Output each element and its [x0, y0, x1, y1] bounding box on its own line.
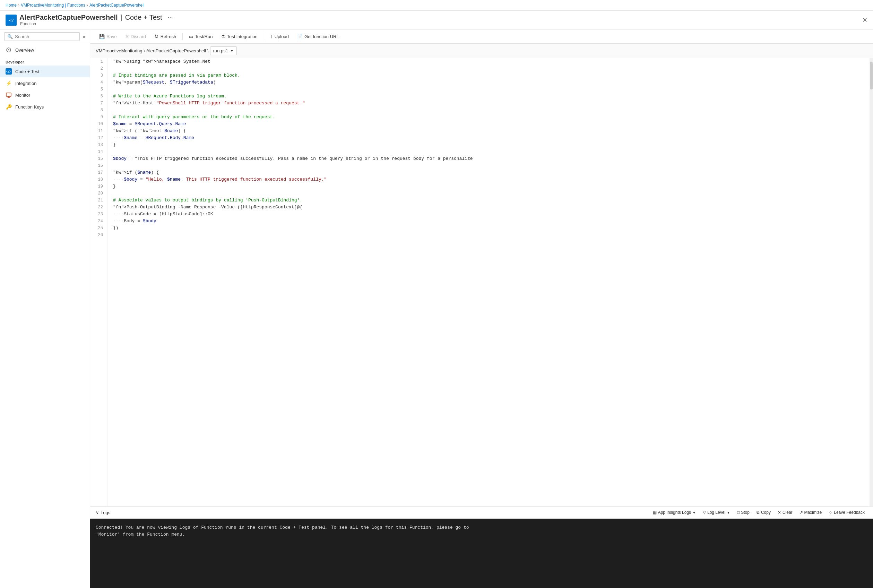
collapse-button[interactable]: «: [82, 34, 86, 40]
path-sep-1: \: [144, 48, 145, 53]
toolbar-separator-1: [182, 33, 183, 40]
function-icon: </>: [6, 15, 16, 26]
line-numbers: 1234567891011121314151617181920212223242…: [90, 58, 108, 506]
search-icon: 🔍: [7, 34, 13, 39]
discard-icon: ✕: [125, 34, 129, 39]
save-button[interactable]: 💾 Save: [96, 32, 120, 41]
log-level-arrow: ▼: [727, 511, 730, 514]
toolbar-separator-2: [264, 33, 264, 40]
refresh-button[interactable]: ↻ Refresh: [151, 32, 180, 41]
breadcrumb-functions[interactable]: VMProactiveMonitoring | Functions: [21, 3, 85, 8]
leave-feedback-button[interactable]: ♡ Leave Feedback: [826, 508, 867, 516]
stop-button[interactable]: □ Stop: [734, 508, 752, 516]
maximize-button[interactable]: ↗ Maximize: [797, 508, 825, 516]
integration-label: Integration: [15, 81, 36, 86]
overview-icon: [6, 47, 12, 53]
svg-rect-5: [6, 93, 11, 96]
svg-point-4: [8, 51, 9, 51]
sidebar-item-function-keys[interactable]: 🔑 Function Keys: [0, 101, 90, 112]
logs-toggle[interactable]: ∨ Logs: [96, 510, 110, 515]
feedback-icon: ♡: [829, 510, 832, 515]
clear-button[interactable]: ✕ Clear: [775, 508, 795, 516]
monitor-label: Monitor: [15, 93, 30, 98]
content-area: 💾 Save ✕ Discard ↻ Refresh ▭ Test/Run ⚗ …: [90, 30, 873, 588]
breadcrumb-function-name[interactable]: AlertPacketCaptuePowershell: [90, 3, 145, 8]
sidebar: 🔍 « Overview Developer </> Code + Test ⚡…: [0, 30, 90, 588]
function-keys-label: Function Keys: [15, 104, 44, 110]
log-level-button[interactable]: ▽ Log Level ▼: [700, 508, 733, 516]
save-icon: 💾: [99, 34, 105, 39]
sidebar-item-code-test[interactable]: </> Code + Test: [0, 66, 90, 77]
clear-icon: ✕: [778, 510, 781, 515]
get-function-url-button[interactable]: 📄 Get function URL: [294, 32, 342, 41]
chevron-down-icon: ▼: [230, 49, 234, 53]
app-insights-icon: ▦: [653, 510, 657, 515]
page-subtitle: Code + Test: [125, 14, 162, 21]
app-insights-arrow: ▼: [692, 511, 696, 514]
editor-path: VMProactiveMonitoring \ AlertPacketCaptu…: [90, 44, 873, 58]
sidebar-item-integration[interactable]: ⚡ Integration: [0, 77, 90, 89]
breadcrumb-home[interactable]: Home: [6, 3, 16, 8]
breadcrumb: Home › VMProactiveMonitoring | Functions…: [0, 0, 873, 11]
search-input[interactable]: [15, 34, 76, 39]
sidebar-toolbar: 🔍 «: [0, 30, 90, 44]
upload-button[interactable]: ↑ Upload: [267, 32, 292, 41]
code-test-icon: </>: [6, 68, 12, 75]
code-test-label: Code + Test: [15, 69, 39, 74]
file-dropdown[interactable]: run.ps1 ▼: [210, 46, 237, 55]
scrollbar-thumb[interactable]: [870, 62, 873, 90]
close-button[interactable]: ✕: [862, 16, 867, 24]
logs-toolbar: ∨ Logs ▦ App Insights Logs ▼ ▽ Log Level…: [90, 507, 873, 519]
page-title: AlertPacketCaptuePowershell: [20, 14, 117, 21]
path-part-1: VMProactiveMonitoring: [96, 48, 142, 53]
editor-scrollbar[interactable]: [870, 58, 873, 506]
log-level-icon: ▽: [703, 510, 706, 515]
content-toolbar: 💾 Save ✕ Discard ↻ Refresh ▭ Test/Run ⚗ …: [90, 30, 873, 44]
maximize-icon: ↗: [800, 510, 803, 515]
test-integration-button[interactable]: ⚗ Test integration: [218, 32, 261, 41]
page-header: </> AlertPacketCaptuePowershell | Code +…: [0, 11, 873, 30]
path-part-2: AlertPacketCaptuePowershell: [146, 48, 206, 53]
test-run-button[interactable]: ▭ Test/Run: [186, 32, 216, 41]
code-area[interactable]: "kw">using "kw">namespace System.Net# In…: [108, 58, 870, 506]
sidebar-item-overview[interactable]: Overview: [0, 44, 90, 56]
sidebar-item-monitor[interactable]: Monitor: [0, 89, 90, 101]
refresh-icon: ↻: [154, 33, 159, 39]
logs-toolbar-right: ▦ App Insights Logs ▼ ▽ Log Level ▼ □ St…: [650, 508, 867, 516]
get-url-icon: 📄: [297, 34, 303, 39]
console-message: Connected! You are now viewing logs of F…: [96, 525, 469, 537]
copy-icon: ⧉: [756, 510, 760, 515]
code-editor[interactable]: 1234567891011121314151617181920212223242…: [90, 58, 873, 506]
search-box[interactable]: 🔍: [4, 32, 80, 41]
function-label: Function: [20, 21, 173, 26]
copy-button[interactable]: ⧉ Copy: [754, 508, 774, 516]
developer-section-label: Developer: [0, 56, 90, 66]
monitor-icon: [6, 92, 12, 98]
app-insights-button[interactable]: ▦ App Insights Logs ▼: [650, 508, 699, 516]
logs-section: ∨ Logs ▦ App Insights Logs ▼ ▽ Log Level…: [90, 506, 873, 588]
logs-title-label: Logs: [100, 510, 110, 515]
more-options-button[interactable]: ···: [168, 14, 173, 21]
svg-text:</>: </>: [9, 18, 14, 23]
overview-label: Overview: [15, 48, 34, 53]
path-sep-2: \: [207, 48, 209, 53]
integration-icon: ⚡: [6, 80, 12, 86]
test-integration-icon: ⚗: [221, 34, 225, 39]
upload-icon: ↑: [270, 34, 273, 39]
logs-console: Connected! You are now viewing logs of F…: [90, 519, 873, 588]
discard-button[interactable]: ✕ Discard: [122, 32, 149, 41]
logs-chevron-icon: ∨: [96, 510, 99, 515]
test-run-icon: ▭: [189, 34, 193, 39]
function-keys-icon: 🔑: [6, 104, 12, 110]
stop-icon: □: [737, 510, 740, 515]
file-name: run.ps1: [213, 48, 228, 53]
